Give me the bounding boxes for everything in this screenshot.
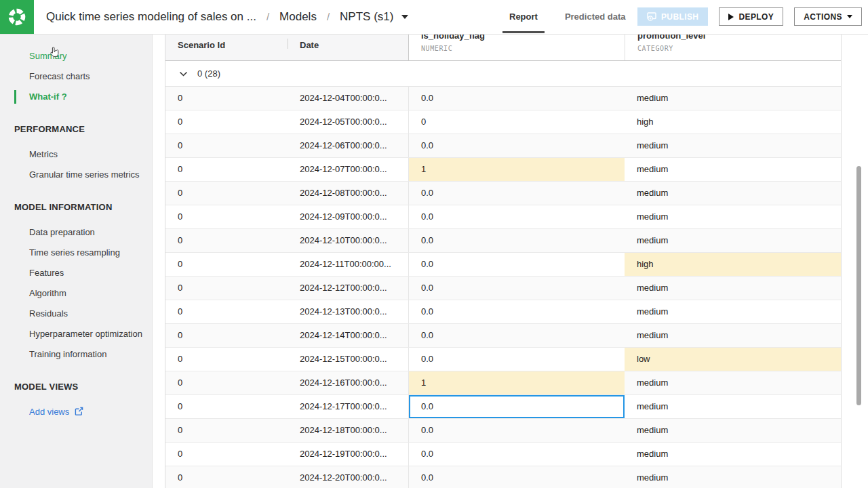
cell-promotion-level[interactable]: medium: [625, 158, 841, 181]
sidebar-item-add-views[interactable]: Add views: [0, 402, 152, 422]
cell-scenario-id: 0: [165, 110, 288, 134]
sidebar-item-hyperparameter-optimization[interactable]: Hyperparameter optimization: [0, 324, 152, 344]
table-row: 02024-12-06T00:00:0...0.0medium: [165, 134, 841, 158]
cell-is-holiday-flag[interactable]: 0.0: [408, 253, 625, 276]
cell-scenario-id: 0: [165, 205, 288, 228]
cell-date: 2024-12-20T00:00:0...: [288, 466, 408, 488]
sidebar-item-summary[interactable]: Summary: [0, 46, 152, 66]
cell-is-holiday-flag[interactable]: 0.0: [408, 419, 625, 442]
cell-date: 2024-12-06T00:00:0...: [288, 134, 408, 157]
model-dropdown-caret-icon[interactable]: [401, 15, 408, 19]
cell-promotion-level[interactable]: medium: [625, 87, 841, 110]
column-header-promotion-level[interactable]: promotion_levelCATEGORY: [625, 34, 841, 60]
what-if-scenario-table: Scenario IdDateis_holiday_flagNUMERICpro…: [165, 34, 842, 488]
sidebar-item-forecast-charts[interactable]: Forecast charts: [0, 66, 152, 87]
table-row: 02024-12-20T00:00:0...0.0medium: [165, 466, 841, 488]
cell-is-holiday-flag[interactable]: 0.0: [408, 277, 625, 300]
breadcrumb-model-name[interactable]: NPTS (s1): [340, 10, 393, 24]
cell-date: 2024-12-10T00:00:0...: [288, 229, 408, 252]
table-row: 02024-12-12T00:00:0...0.0medium: [165, 277, 841, 300]
cell-scenario-id: 0: [165, 348, 288, 371]
scenario-group-row[interactable]: 0 (28): [165, 61, 841, 87]
dataiku-logo[interactable]: [0, 0, 34, 34]
cell-is-holiday-flag[interactable]: 0.0: [408, 348, 625, 371]
vertical-scrollbar-thumb[interactable]: [856, 166, 861, 405]
sidebar-item-features[interactable]: Features: [0, 263, 152, 283]
cell-promotion-level[interactable]: medium: [625, 371, 841, 394]
column-header-date[interactable]: Date: [288, 34, 408, 60]
cell-scenario-id: 0: [165, 134, 288, 157]
table-row: 02024-12-17T00:00:0...0.0medium: [165, 395, 841, 419]
cell-promotion-level[interactable]: medium: [625, 443, 841, 466]
cell-is-holiday-flag[interactable]: 0.0: [408, 466, 625, 488]
cell-promotion-level[interactable]: medium: [625, 419, 841, 442]
sidebar-item-time-series-resampling[interactable]: Time series resampling: [0, 243, 152, 263]
cell-date: 2024-12-08T00:00:0...: [288, 182, 408, 205]
chevron-down-icon[interactable]: [179, 71, 188, 77]
cell-date: 2024-12-07T00:00:0...: [288, 158, 408, 181]
cell-promotion-level[interactable]: medium: [625, 300, 841, 323]
column-header-scenario-id[interactable]: Scenario Id: [165, 34, 288, 60]
breadcrumb-models[interactable]: Models: [279, 10, 317, 24]
sidebar-item-what-if[interactable]: What-if ?: [0, 87, 152, 107]
cell-promotion-level[interactable]: medium: [625, 229, 841, 252]
cell-is-holiday-flag[interactable]: 0.0: [408, 229, 625, 252]
cell-scenario-id: 0: [165, 158, 288, 181]
cell-is-holiday-flag[interactable]: 0: [408, 110, 625, 134]
cell-promotion-level[interactable]: high: [625, 253, 841, 276]
table-row: 02024-12-14T00:00:0...0.0medium: [165, 324, 841, 348]
cell-is-holiday-flag[interactable]: 0.0: [408, 87, 625, 110]
sidebar-item-granular-time-series-metrics[interactable]: Granular time series metrics: [0, 165, 152, 185]
sidebar-item-algorithm[interactable]: Algorithm: [0, 283, 152, 304]
cell-is-holiday-flag[interactable]: 0.0: [408, 443, 625, 466]
cell-promotion-level[interactable]: high: [625, 110, 841, 134]
tab-report[interactable]: Report: [496, 0, 551, 33]
cell-promotion-level[interactable]: medium: [625, 466, 841, 488]
sidebar-item-metrics[interactable]: Metrics: [0, 144, 152, 165]
column-label: Date: [300, 40, 319, 50]
topbar-buttons: PUBLISH DEPLOY ACTIONS: [637, 7, 862, 26]
cell-date: 2024-12-17T00:00:0...: [288, 395, 408, 418]
cell-scenario-id: 0: [165, 229, 288, 252]
breadcrumb-separator: /: [267, 11, 269, 22]
cell-is-holiday-flag[interactable]: 0.0: [408, 395, 625, 418]
cell-promotion-level[interactable]: medium: [625, 395, 841, 418]
sidebar-item-residuals[interactable]: Residuals: [0, 304, 152, 324]
cell-scenario-id: 0: [165, 324, 288, 347]
sidebar-section-model-views: MODEL VIEWS: [0, 377, 152, 397]
cell-promotion-level[interactable]: medium: [625, 205, 841, 228]
deploy-label: DEPLOY: [738, 12, 774, 22]
cell-is-holiday-flag[interactable]: 0.0: [408, 300, 625, 323]
cell-promotion-level[interactable]: medium: [625, 134, 841, 157]
cell-is-holiday-flag[interactable]: 0.0: [408, 182, 625, 205]
breadcrumb: Quick time series modeling of sales on .…: [46, 0, 408, 33]
top-bar: Quick time series modeling of sales on .…: [0, 0, 868, 35]
table-header-row: Scenario IdDateis_holiday_flagNUMERICpro…: [165, 34, 841, 61]
cell-is-holiday-flag[interactable]: 0.0: [408, 205, 625, 228]
cell-is-holiday-flag[interactable]: 0.0: [408, 324, 625, 347]
table-row: 02024-12-15T00:00:0...0.0low: [165, 348, 841, 371]
cell-promotion-level[interactable]: medium: [625, 182, 841, 205]
tab-predicted-data[interactable]: Predicted data: [551, 0, 639, 33]
cell-promotion-level[interactable]: low: [625, 348, 841, 371]
cell-is-holiday-flag[interactable]: 1: [408, 371, 625, 394]
breadcrumb-project[interactable]: Quick time series modeling of sales on .…: [46, 10, 256, 24]
cell-promotion-level[interactable]: medium: [625, 277, 841, 300]
scenario-group-label: 0 (28): [197, 68, 220, 79]
sidebar-section-performance: PERFORMANCE: [0, 119, 152, 140]
cell-scenario-id: 0: [165, 371, 288, 394]
sidebar-item-data-preparation[interactable]: Data preparation: [0, 222, 152, 243]
publish-icon: [647, 12, 656, 21]
column-label: is_holiday_flag: [421, 34, 625, 41]
sidebar-item-training-information[interactable]: Training information: [0, 344, 152, 365]
cell-is-holiday-flag[interactable]: 1: [408, 158, 625, 181]
actions-button[interactable]: ACTIONS: [794, 7, 862, 26]
cell-is-holiday-flag[interactable]: 0.0: [408, 134, 625, 157]
cell-date: 2024-12-11T00:00:00...: [288, 253, 408, 276]
cell-scenario-id: 0: [165, 419, 288, 442]
deploy-button[interactable]: DEPLOY: [719, 7, 783, 26]
cell-date: 2024-12-19T00:00:0...: [288, 443, 408, 466]
cell-promotion-level[interactable]: medium: [625, 324, 841, 347]
publish-button[interactable]: PUBLISH: [637, 7, 708, 26]
column-header-is-holiday-flag[interactable]: is_holiday_flagNUMERIC: [408, 34, 625, 60]
